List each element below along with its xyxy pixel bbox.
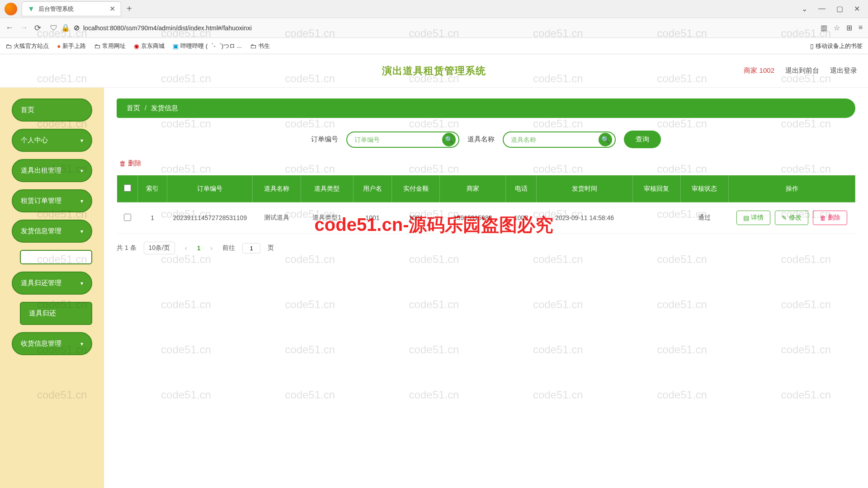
table-row: 1 202391114572728531109 测试道具 道具类型1 1001 … xyxy=(117,202,855,234)
lock-icon: 🔒 xyxy=(61,23,70,32)
sidebar-item-receipt-mgmt[interactable]: 收货信息管理▾ xyxy=(12,332,92,355)
extension-icon[interactable]: ⊞ xyxy=(846,23,852,32)
close-window-icon[interactable]: ✕ xyxy=(854,5,860,13)
permission-icon: ⊘ xyxy=(74,23,80,32)
logout-link[interactable]: 退出登录 xyxy=(830,66,857,75)
current-page[interactable]: 1 xyxy=(197,244,201,252)
new-tab-button[interactable]: + xyxy=(127,4,132,14)
sidebar-item-rent-mgmt[interactable]: 道具出租管理▾ xyxy=(12,159,92,182)
dropdown-icon[interactable]: ⌄ xyxy=(802,5,807,13)
bookmark-item[interactable]: ◉京东商城 xyxy=(134,42,165,50)
cell-idx: 1 xyxy=(138,202,167,234)
app-header: 演出道具租赁管理系统 商家 1002 退出到前台 退出登录 xyxy=(0,54,868,88)
forward-icon[interactable]: → xyxy=(20,23,28,33)
goto-input[interactable] xyxy=(242,243,260,253)
cell-order: 202391114572728531109 xyxy=(167,202,253,234)
bulk-delete-button[interactable]: 🗑 删除 xyxy=(119,159,142,168)
cell-user: 1001 xyxy=(353,202,392,234)
doc-icon: ▤ xyxy=(743,214,749,221)
app-title: 演出道具租赁管理系统 xyxy=(382,64,486,78)
total-label: 共 1 条 xyxy=(117,244,137,252)
chevron-down-icon: ▾ xyxy=(80,198,83,204)
row-checkbox[interactable] xyxy=(124,214,131,221)
reader-icon[interactable]: ▥ xyxy=(821,23,827,32)
bookmark-item[interactable]: 🗀书生 xyxy=(250,42,270,50)
search-icon[interactable]: 🔍 xyxy=(442,133,456,146)
cell-reply xyxy=(632,202,680,234)
pagination: 共 1 条 10条/页 ‹ 1 › 前往 页 xyxy=(117,242,855,254)
bookmark-item[interactable]: ●新手上路 xyxy=(57,42,86,50)
sidebar-sub-return[interactable]: 道具归还 xyxy=(20,302,92,325)
bookmark-item[interactable]: 🗀火狐官方站点 xyxy=(5,42,49,50)
col-actions: 操作 xyxy=(729,175,855,202)
breadcrumb-current: 发货信息 xyxy=(151,104,178,113)
sidebar: 首页 个人中心▾ 道具出租管理▾ 租赁订单管理▾ 发货信息管理▾ 道具归还管理▾… xyxy=(0,88,104,488)
next-page[interactable]: › xyxy=(208,244,216,252)
chevron-down-icon: ▾ xyxy=(80,341,83,347)
bookmark-item[interactable]: 🗀常用网址 xyxy=(94,42,126,50)
browser-tab-bar: ▼ 后台管理系统 ✕ + ⌄ — ▢ ✕ xyxy=(0,0,868,18)
menu-icon[interactable]: ≡ xyxy=(859,23,863,32)
firefox-icon xyxy=(5,3,17,15)
chevron-down-icon: ▾ xyxy=(80,228,83,235)
edit-button[interactable]: ✎修改 xyxy=(775,211,808,225)
order-no-search[interactable]: 🔍 xyxy=(346,131,459,148)
sidebar-item-return-mgmt[interactable]: 道具归还管理▾ xyxy=(12,272,92,295)
chevron-down-icon: ▾ xyxy=(80,280,83,286)
trash-icon: 🗑 xyxy=(119,160,126,167)
sidebar-item-order-mgmt[interactable]: 租赁订单管理▾ xyxy=(12,189,92,212)
prev-page[interactable]: ‹ xyxy=(182,244,190,252)
data-table: 索引 订单编号 道具名称 道具类型 用户名 实付金额 商家 电话 发货时间 审核… xyxy=(117,175,855,234)
col-idx: 索引 xyxy=(138,175,167,202)
col-proptype: 道具类型 xyxy=(301,175,353,202)
select-all-checkbox[interactable] xyxy=(124,184,131,192)
chevron-down-icon: ▾ xyxy=(80,168,83,174)
content-area: 首页 / 发货信息 订单编号 🔍 道具名称 🔍 查询 🗑 删除 xyxy=(104,88,868,488)
row-delete-button[interactable]: 🗑删除 xyxy=(813,211,847,225)
col-reply: 审核回复 xyxy=(632,175,680,202)
sidebar-sub-item[interactable] xyxy=(20,250,92,264)
sidebar-item-ship-mgmt[interactable]: 发货信息管理▾ xyxy=(12,220,92,243)
browser-tab[interactable]: ▼ 后台管理系统 ✕ xyxy=(22,1,121,16)
order-no-input[interactable] xyxy=(354,136,440,143)
window-controls: ⌄ — ▢ ✕ xyxy=(802,5,860,13)
sidebar-item-personal[interactable]: 个人中心▾ xyxy=(12,129,92,152)
chevron-down-icon: ▾ xyxy=(80,137,83,144)
close-icon[interactable]: ✕ xyxy=(109,5,115,13)
maximize-icon[interactable]: ▢ xyxy=(836,5,843,13)
prop-name-input[interactable] xyxy=(511,136,597,143)
bookmark-item[interactable]: ▣哔哩哔哩 (゜-゜)つロ ... xyxy=(173,42,241,50)
tab-title: 后台管理系统 xyxy=(38,5,106,13)
col-status: 审核状态 xyxy=(680,175,728,202)
vue-icon: ▼ xyxy=(28,5,35,13)
exit-to-front-link[interactable]: 退出到前台 xyxy=(785,66,819,75)
page-size-select[interactable]: 10条/页 xyxy=(144,242,175,254)
bookmark-star-icon[interactable]: ☆ xyxy=(834,23,840,32)
query-button[interactable]: 查询 xyxy=(624,131,661,148)
address-box[interactable]: 🛡 🔒 ⊘ localhost:8080/ssm790m4/admin/dist… xyxy=(47,23,815,32)
back-icon[interactable]: ← xyxy=(5,23,14,33)
col-shiptime: 发货时间 xyxy=(537,175,632,202)
page-suffix: 页 xyxy=(268,244,274,252)
merchant-label[interactable]: 商家 1002 xyxy=(744,66,774,75)
cell-shiptime: 2023-09-11 14:58:46 xyxy=(537,202,632,234)
detail-button[interactable]: ▤详情 xyxy=(736,211,770,225)
cell-merchant: 15915915988 xyxy=(440,202,505,234)
search-icon[interactable]: 🔍 xyxy=(599,133,612,146)
reload-icon[interactable]: ⟳ xyxy=(34,23,41,33)
edit-icon: ✎ xyxy=(782,214,787,221)
col-checkbox xyxy=(117,175,138,202)
col-amount: 实付金额 xyxy=(392,175,440,202)
shield-icon: 🛡 xyxy=(50,24,57,32)
breadcrumb-sep: / xyxy=(145,104,146,113)
breadcrumb-home[interactable]: 首页 xyxy=(127,104,140,113)
minimize-icon[interactable]: — xyxy=(818,5,826,13)
col-order: 订单编号 xyxy=(167,175,253,202)
col-propname: 道具名称 xyxy=(253,175,301,202)
sidebar-item-home[interactable]: 首页 xyxy=(12,99,92,122)
mobile-bookmarks[interactable]: ▯移动设备上的书签 xyxy=(810,42,863,50)
cell-amount: 1001 xyxy=(392,202,440,234)
cell-phone: 1002 xyxy=(505,202,537,234)
prop-name-search[interactable]: 🔍 xyxy=(503,131,616,148)
col-merchant: 商家 xyxy=(440,175,505,202)
